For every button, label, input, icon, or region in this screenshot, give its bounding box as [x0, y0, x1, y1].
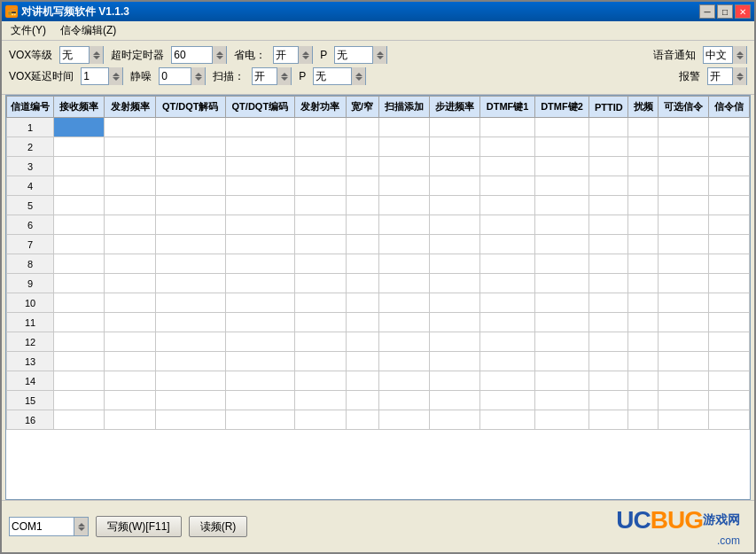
- table-cell[interactable]: [429, 332, 479, 352]
- cell-row-num[interactable]: 9: [7, 274, 54, 293]
- read-freq-button[interactable]: 读频(R): [189, 516, 248, 537]
- table-row[interactable]: 1: [7, 118, 750, 137]
- table-cell[interactable]: [628, 410, 659, 430]
- table-cell[interactable]: [589, 313, 628, 332]
- table-cell[interactable]: [105, 235, 155, 254]
- alarm-select[interactable]: 开: [707, 67, 747, 85]
- table-row[interactable]: 5: [7, 196, 750, 215]
- table-cell[interactable]: [480, 157, 534, 176]
- timeout-input[interactable]: [172, 49, 212, 61]
- table-cell[interactable]: [295, 196, 346, 215]
- table-cell[interactable]: [628, 196, 659, 215]
- table-cell[interactable]: [534, 313, 588, 332]
- table-cell[interactable]: [709, 274, 750, 293]
- table-cell[interactable]: [346, 137, 378, 157]
- power-save-arrow[interactable]: [298, 46, 312, 64]
- table-cell[interactable]: [54, 391, 105, 410]
- table-cell[interactable]: [709, 293, 750, 313]
- table-cell[interactable]: [480, 254, 534, 274]
- table-row[interactable]: 6: [7, 215, 750, 235]
- table-cell[interactable]: [709, 371, 750, 391]
- timeout-arrow[interactable]: [212, 46, 226, 64]
- table-cell[interactable]: [155, 157, 225, 176]
- cell-row-num[interactable]: 10: [7, 293, 54, 313]
- table-cell[interactable]: [534, 274, 588, 293]
- table-row[interactable]: 8: [7, 254, 750, 274]
- table-cell[interactable]: [534, 196, 588, 215]
- table-row[interactable]: 2: [7, 137, 750, 157]
- scan-select[interactable]: 开: [252, 67, 292, 85]
- table-cell[interactable]: [709, 215, 750, 235]
- table-cell[interactable]: [709, 352, 750, 371]
- table-cell[interactable]: [155, 293, 225, 313]
- table-cell[interactable]: [480, 293, 534, 313]
- table-cell[interactable]: [534, 254, 588, 274]
- table-cell[interactable]: [658, 196, 708, 215]
- table-cell[interactable]: [378, 137, 429, 157]
- table-cell[interactable]: [346, 332, 378, 352]
- table-row[interactable]: 15: [7, 391, 750, 410]
- table-cell[interactable]: [225, 274, 295, 293]
- table-cell[interactable]: [589, 176, 628, 196]
- table-cell[interactable]: [295, 176, 346, 196]
- table-cell[interactable]: [480, 215, 534, 235]
- table-cell[interactable]: [429, 137, 479, 157]
- table-cell[interactable]: [295, 371, 346, 391]
- table-cell[interactable]: [628, 313, 659, 332]
- table-cell[interactable]: [54, 215, 105, 235]
- table-row[interactable]: 13: [7, 352, 750, 371]
- scan-freq-select[interactable]: 无: [313, 67, 366, 85]
- table-cell[interactable]: [295, 293, 346, 313]
- table-cell[interactable]: [105, 157, 155, 176]
- table-cell[interactable]: [378, 410, 429, 430]
- table-cell[interactable]: [378, 391, 429, 410]
- table-cell[interactable]: [658, 157, 708, 176]
- freq-arrow-1[interactable]: [372, 46, 386, 64]
- voice-arrow[interactable]: [732, 46, 746, 64]
- table-cell[interactable]: [295, 410, 346, 430]
- table-cell[interactable]: [54, 410, 105, 430]
- table-cell[interactable]: [105, 313, 155, 332]
- table-cell[interactable]: [378, 215, 429, 235]
- table-cell[interactable]: [480, 176, 534, 196]
- table-cell[interactable]: [225, 137, 295, 157]
- table-cell[interactable]: [346, 157, 378, 176]
- table-cell[interactable]: [534, 157, 588, 176]
- table-cell[interactable]: [534, 352, 588, 371]
- cell-row-num[interactable]: 14: [7, 371, 54, 391]
- table-cell[interactable]: [589, 235, 628, 254]
- cell-row-num[interactable]: 8: [7, 254, 54, 274]
- table-cell[interactable]: [295, 274, 346, 293]
- table-cell[interactable]: [658, 274, 708, 293]
- table-cell[interactable]: [589, 352, 628, 371]
- table-cell[interactable]: [155, 254, 225, 274]
- table-cell[interactable]: [346, 410, 378, 430]
- table-cell[interactable]: [628, 137, 659, 157]
- table-cell[interactable]: [534, 137, 588, 157]
- table-cell[interactable]: [105, 352, 155, 371]
- vox-delay-arrow[interactable]: [108, 67, 122, 85]
- table-cell[interactable]: [346, 371, 378, 391]
- cell-row-num[interactable]: 11: [7, 313, 54, 332]
- table-cell[interactable]: [658, 254, 708, 274]
- table-cell[interactable]: [346, 176, 378, 196]
- table-row[interactable]: 11: [7, 313, 750, 332]
- table-cell[interactable]: [709, 332, 750, 352]
- cell-row-num[interactable]: 6: [7, 215, 54, 235]
- table-cell[interactable]: [295, 137, 346, 157]
- table-cell[interactable]: [105, 410, 155, 430]
- table-cell[interactable]: [225, 157, 295, 176]
- table-cell[interactable]: [225, 352, 295, 371]
- table-cell[interactable]: [628, 118, 659, 137]
- table-row[interactable]: 16: [7, 410, 750, 430]
- table-cell[interactable]: [628, 293, 659, 313]
- table-cell[interactable]: [378, 313, 429, 332]
- table-cell[interactable]: [658, 118, 708, 137]
- table-cell[interactable]: [295, 215, 346, 235]
- table-cell[interactable]: [589, 371, 628, 391]
- table-cell[interactable]: [709, 137, 750, 157]
- table-cell[interactable]: [480, 196, 534, 215]
- table-cell[interactable]: [105, 391, 155, 410]
- table-cell[interactable]: [225, 391, 295, 410]
- table-cell[interactable]: [54, 137, 105, 157]
